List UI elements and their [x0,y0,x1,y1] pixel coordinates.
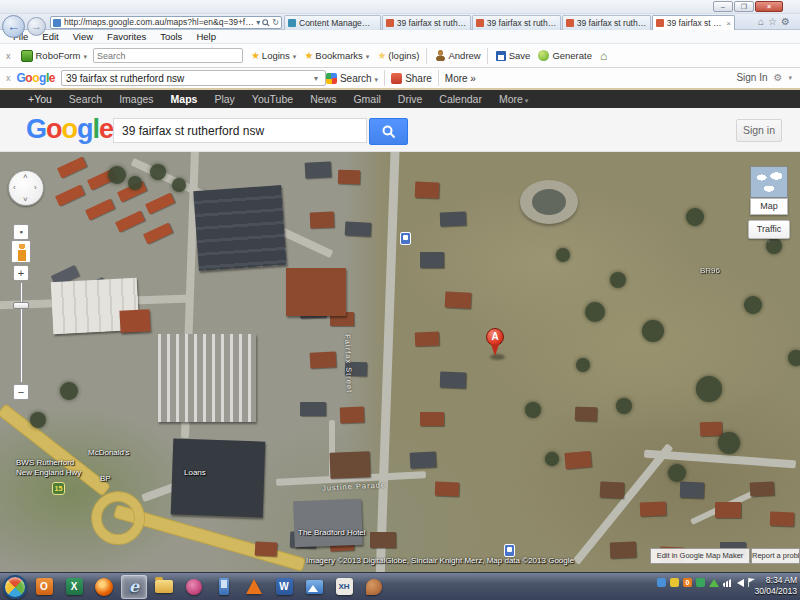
map-view-button[interactable]: Map [750,198,788,215]
logins-menu[interactable]: Logins [262,50,297,61]
nav-more[interactable]: More [499,93,528,105]
edit-map-maker-button[interactable]: Edit in Google Map Maker [650,548,750,564]
taskbar-paint-icon[interactable] [361,575,387,599]
favorites-star-icon[interactable]: ☆ [768,16,781,27]
toolbar-close-icon[interactable]: x [6,51,11,61]
autocomplete-dropdown-icon[interactable]: ▾ [256,17,260,28]
toolbar-sign-in[interactable]: Sign In [736,72,767,83]
nav-youtube[interactable]: YouTube [252,93,293,105]
tray-blue-icon[interactable] [657,578,666,587]
roboform-search-input[interactable] [93,48,243,63]
search-icon[interactable] [262,19,270,27]
nav-maps[interactable]: Maps [171,93,198,105]
tab-fairfax-active[interactable]: 39 fairfax st rutherford nsw... × [652,15,735,30]
taskbar-xh-icon[interactable]: XH [331,575,357,599]
window-minimize-button[interactable]: – [713,1,733,12]
tray-arrow-icon[interactable] [709,579,719,587]
forward-button[interactable]: → [27,17,46,36]
poi-label-loans[interactable]: Loans [184,468,206,477]
refresh-icon[interactable]: ↻ [272,17,279,28]
nav-gmail[interactable]: Gmail [353,93,380,105]
nav-images[interactable]: Images [119,93,153,105]
maps-search-button[interactable] [369,118,408,145]
transit-icon[interactable] [400,232,411,245]
wrench-icon[interactable]: ⚙ [774,72,783,83]
pegman-control[interactable] [11,240,31,263]
save-button[interactable]: Save [509,50,531,61]
menu-tools[interactable]: Tools [153,31,189,42]
tray-green-icon[interactable] [696,578,705,587]
toolbar-search-button[interactable]: Search [340,73,378,84]
nav-play[interactable]: Play [214,93,234,105]
pan-up-icon[interactable]: ˄ [23,172,28,181]
roboform-menu[interactable]: RoboForm [36,50,87,61]
zoom-slider-handle[interactable] [13,302,29,309]
pan-left-icon[interactable]: ‹ [13,183,16,192]
pan-control[interactable]: ˄ ˅ ‹ › [8,170,44,206]
taskbar-internet-explorer-icon[interactable]: e [121,575,147,599]
tab-content-management[interactable]: Content Management System [284,15,381,30]
overview-map-thumbnail[interactable] [750,166,788,198]
taskbar-vlc-icon[interactable] [241,575,267,599]
satellite-map[interactable]: McDonald's BP BWS Rutherford New England… [0,152,800,572]
zoom-out-button[interactable]: − [13,384,29,400]
zoom-in-button[interactable]: + [13,265,29,281]
poi-label-bp[interactable]: BP [100,474,111,483]
poi-label-mcdonalds[interactable]: McDonald's [88,448,130,457]
menu-favorites[interactable]: Favorites [100,31,153,42]
poi-label-bradford[interactable]: The Bradford Hotel [298,528,366,537]
share-button[interactable]: Share [405,73,432,84]
window-maximize-button[interactable]: ❐ [734,1,754,12]
taskbar-word-icon[interactable]: W [271,575,297,599]
pan-down-icon[interactable]: ˅ [23,195,28,204]
taskbar-image-viewer-icon[interactable] [301,575,327,599]
toolbar-search-input[interactable] [61,70,326,86]
more-button[interactable]: More » [445,73,476,84]
map-marker-a[interactable]: A [486,328,506,360]
map-control-button[interactable]: ▪ [13,224,29,240]
taskbar-firefox-icon[interactable] [91,575,117,599]
taskbar-excel-icon[interactable]: X [61,575,87,599]
network-signal-icon[interactable] [723,578,733,587]
maps-sign-in-button[interactable]: Sign in [736,119,782,142]
pan-right-icon[interactable]: › [34,183,37,192]
nav-calendar[interactable]: Calendar [439,93,482,105]
traffic-button[interactable]: Traffic [748,220,790,239]
dropdown-icon[interactable]: ▾ [788,74,792,82]
tab-fairfax-3[interactable]: 39 fairfax st rutherford nsw - ... [562,15,651,30]
nav-drive[interactable]: Drive [398,93,423,105]
settings-gear-icon[interactable]: ⚙ [781,16,794,27]
back-button[interactable]: ← [2,15,25,38]
nav-plus-you[interactable]: +You [28,93,52,105]
maps-search-input[interactable] [113,118,367,143]
taskbar-outlook-icon[interactable]: O [31,575,57,599]
nav-search[interactable]: Search [69,93,102,105]
menu-help[interactable]: Help [189,31,223,42]
taskbar-clock[interactable]: 8:34 AM 30/04/2013 [754,575,797,598]
logins-alt-menu[interactable]: (logins) [388,50,419,61]
search-dropdown-icon[interactable]: ▾ [314,74,318,83]
menu-view[interactable]: View [66,31,100,42]
taskbar-phone-icon[interactable] [211,575,237,599]
window-titlebar[interactable]: × ❐ – [0,0,800,14]
tray-yellow-icon[interactable] [670,578,679,587]
generate-button[interactable]: Generate [552,50,592,61]
roboform-home-icon[interactable]: ⌂ [600,49,607,63]
tab-close-icon[interactable]: × [726,19,731,28]
tab-fairfax-2[interactable]: 39 fairfax st rutherford nsw - ... [472,15,561,30]
home-icon[interactable]: ⌂ [758,16,768,27]
address-bar[interactable]: http://maps.google.com.au/maps?hl=en&q=3… [50,16,282,29]
window-close-button[interactable]: × [755,1,783,12]
taskbar-photo-app-icon[interactable] [181,575,207,599]
roboform-user[interactable]: Andrew [449,50,481,61]
start-button[interactable] [3,575,27,599]
tray-zero-icon[interactable]: 0 [683,578,692,587]
taskbar-explorer-icon[interactable] [151,575,177,599]
zoom-slider-track[interactable] [20,282,23,383]
nav-news[interactable]: News [310,93,336,105]
report-problem-button[interactable]: Report a problem [751,548,800,564]
tab-fairfax-1[interactable]: 39 fairfax st rutherford nsw - ... [382,15,471,30]
bookmarks-menu[interactable]: Bookmarks [315,50,369,61]
volume-icon[interactable] [737,579,744,587]
toolbar-close-icon[interactable]: x [6,73,11,83]
